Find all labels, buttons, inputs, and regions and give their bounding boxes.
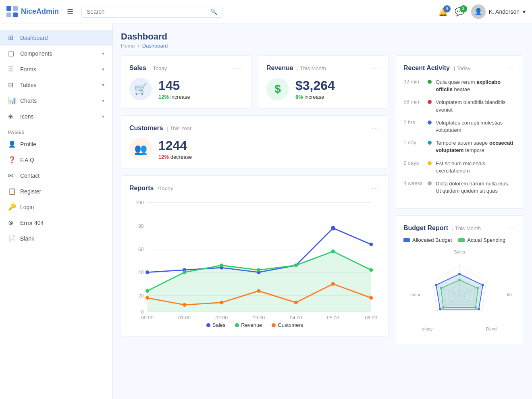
- svg-rect-1: [13, 6, 18, 11]
- activity-options-button[interactable]: ···: [507, 64, 515, 72]
- sidebar-item-blank[interactable]: 📄 Blank: [0, 231, 112, 246]
- sidebar-label-contact: Contact: [20, 172, 39, 179]
- people-icon: 👥: [134, 143, 147, 156]
- reports-title-group: Reports /Today: [129, 185, 173, 192]
- revenue-options-button[interactable]: ···: [372, 64, 380, 72]
- sidebar-label-tables: Tables: [20, 82, 36, 88]
- sidebar-item-faq[interactable]: ❓ F.A.Q: [0, 152, 112, 168]
- sidebar-label-blank: Blank: [20, 235, 34, 242]
- sidebar-item-forms[interactable]: ☰ Forms ▾: [0, 61, 112, 77]
- logo[interactable]: NiceAdmin: [6, 6, 59, 17]
- card-title-group: Sales | Today: [129, 64, 167, 72]
- svg-text:01:00: 01:00: [178, 315, 191, 319]
- budget-options-button[interactable]: ···: [507, 224, 515, 232]
- svg-point-68: [477, 287, 479, 289]
- sales-card: Sales | Today ··· 🛒 145: [121, 55, 251, 109]
- register-icon: 📋: [8, 187, 16, 195]
- header-right: 🔔 4 💬 3 👤 K. Anderson ▾: [438, 4, 526, 19]
- activity-title-group: Recent Activity | Today: [403, 64, 470, 72]
- svg-point-31: [145, 289, 149, 293]
- sidebar-item-error404[interactable]: ⊗ Error 404: [0, 215, 112, 231]
- tables-icon: ⊟: [8, 81, 16, 89]
- sales-options-button[interactable]: ···: [235, 64, 243, 72]
- reports-subtitle: /Today: [158, 185, 173, 191]
- sidebar-label-login: Login: [20, 204, 34, 210]
- sidebar-label-error: Error 404: [20, 220, 44, 226]
- revenue-change: 8% increase: [295, 94, 335, 100]
- svg-point-66: [435, 284, 437, 286]
- revenue-card: Revenue | This Month ··· $ $3,264: [258, 55, 389, 109]
- reports-title: Reports: [129, 185, 154, 191]
- reports-options-button[interactable]: ···: [372, 184, 380, 192]
- svg-text:03:00: 03:00: [253, 315, 265, 319]
- revenue-change-percent: 8%: [295, 94, 303, 100]
- sidebar: ⊞ Dashboard ◫ Components ▾ ☰ Forms ▾ ⊟ T…: [0, 23, 113, 353]
- activity-item: 1 day Tempore autem saepe occaecati volu…: [403, 139, 515, 154]
- user-menu-button[interactable]: 👤 K. Anderson ▾: [471, 4, 526, 19]
- customers-subtitle: | This Year: [167, 125, 191, 131]
- svg-text:00:00: 00:00: [141, 315, 154, 319]
- sidebar-item-tables[interactable]: ⊟ Tables ▾: [0, 77, 112, 93]
- svg-text:40: 40: [138, 270, 144, 275]
- svg-point-42: [294, 301, 298, 304]
- sidebar-item-login[interactable]: 🔑 Login: [0, 199, 112, 215]
- page-header: Dashboard Home / Dashboard: [121, 31, 524, 49]
- budget-title: Budget Report: [403, 224, 448, 231]
- sidebar-label-components: Components: [20, 50, 52, 57]
- chevron-icon: ▾: [102, 66, 104, 72]
- svg-point-34: [257, 268, 261, 272]
- activity-card: Recent Activity | Today ··· 32 min Quia …: [395, 55, 524, 209]
- svg-point-65: [439, 308, 441, 310]
- svg-text:0: 0: [141, 309, 144, 315]
- activity-text: Est sit eum reiciendis exercitationem: [436, 160, 515, 175]
- content-grid: Sales | Today ··· 🛒 145: [121, 55, 524, 345]
- sidebar-item-charts[interactable]: 📊 Charts ▾: [0, 93, 112, 108]
- sidebar-item-icons[interactable]: ◈ Icons ▾: [0, 108, 112, 124]
- activity-item: 4 weeks Dicta dolorem harum nulla eius. …: [403, 180, 515, 195]
- customers-change-percent: 12%: [158, 154, 169, 160]
- activity-dot: [428, 161, 432, 165]
- messages-badge: 3: [460, 5, 467, 12]
- svg-point-67: [458, 279, 461, 281]
- search-input[interactable]: [87, 8, 210, 15]
- chart-legend: Sales Revenue Customers: [129, 322, 380, 328]
- customers-options-button[interactable]: ···: [372, 124, 380, 132]
- customers-change: 12% decrease: [158, 154, 192, 160]
- svg-point-39: [183, 303, 186, 307]
- revenue-stats: $3,264 8% increase: [295, 78, 335, 100]
- activity-item: 2 days Est sit eum reiciendis exercitati…: [403, 160, 515, 175]
- sidebar-item-dashboard[interactable]: ⊞ Dashboard: [0, 30, 112, 46]
- budget-subtitle: | This Month: [452, 225, 481, 231]
- svg-rect-2: [6, 12, 11, 17]
- breadcrumb: Home / Dashboard: [121, 43, 524, 49]
- breadcrumb-home[interactable]: Home: [121, 43, 135, 49]
- dollar-icon: $: [274, 83, 281, 96]
- activity-dot: [428, 141, 432, 145]
- charts-icon: 📊: [8, 97, 16, 104]
- legend-revenue: Revenue: [235, 322, 262, 328]
- right-column: Recent Activity | Today ··· 32 min Quia …: [395, 55, 524, 345]
- svg-point-30: [369, 243, 373, 246]
- sidebar-item-register[interactable]: 📋 Register: [0, 183, 112, 199]
- activity-item: 56 min Voluptatem blanditiis blanditiis …: [403, 99, 515, 113]
- customers-change-label: decrease: [170, 154, 192, 160]
- sidebar-item-profile[interactable]: 👤 Profile: [0, 136, 112, 152]
- sidebar-item-contact[interactable]: ✉ Contact: [0, 168, 112, 183]
- svg-point-38: [145, 296, 149, 299]
- customers-stats: 1244 12% decrease: [158, 138, 192, 160]
- sidebar-item-components[interactable]: ◫ Components ▾: [0, 46, 112, 61]
- allocated-legend-box: [403, 238, 410, 242]
- hamburger-button[interactable]: ☰: [64, 6, 77, 18]
- card-header: Revenue | This Month ···: [266, 64, 380, 72]
- contact-icon: ✉: [8, 172, 16, 179]
- search-icon: 🔍: [210, 8, 217, 15]
- activity-title: Recent Activity: [403, 64, 450, 71]
- revenue-icon-wrap: $: [266, 78, 289, 100]
- customers-legend-label: Customers: [278, 322, 303, 328]
- notifications-button[interactable]: 🔔 4: [438, 7, 448, 17]
- messages-button[interactable]: 💬 3: [455, 7, 465, 17]
- svg-point-69: [474, 306, 477, 309]
- spending-label: Actual Spending: [467, 237, 505, 243]
- reports-card: Reports /Today ···: [121, 175, 389, 337]
- radar-svg: Sales Marke Devel ology ration: [407, 248, 512, 337]
